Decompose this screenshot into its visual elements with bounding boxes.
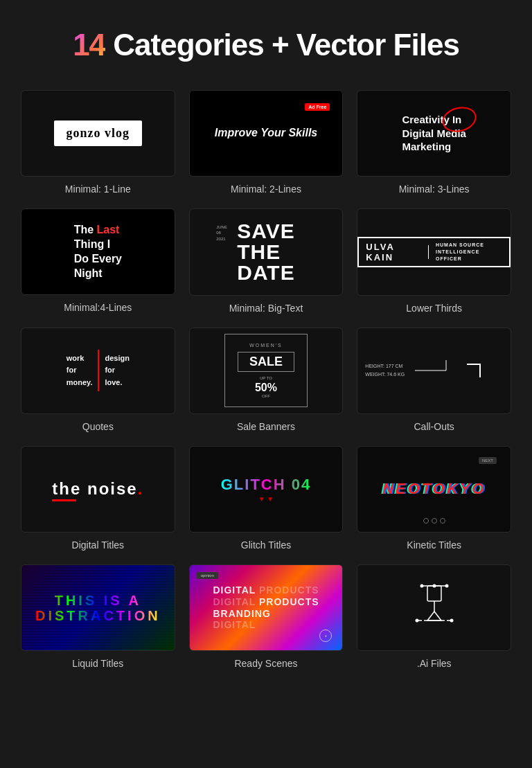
sale-upto: UP TO xyxy=(238,376,294,380)
card-label-minimal-2lines: Minimal: 2-Lines xyxy=(231,184,301,195)
ad-free-badge: Ad Free xyxy=(305,103,330,111)
glitch-container: GLITCH 04 ▼ ▼ xyxy=(221,476,311,503)
card-ready-scenes[interactable]: opinion DIGITAL PRODUCTS DIGITAL PRODUCT… xyxy=(189,564,344,669)
sale-womens: WOMEN'S xyxy=(238,343,294,348)
kinetic-dot-3 xyxy=(440,518,445,524)
callout-stat2: WEIGHT: 74.6 KG xyxy=(365,370,405,379)
sale-text: SALE xyxy=(238,352,294,372)
ready-line1: DIGITAL PRODUCTS xyxy=(213,584,319,596)
card-label-ready-scenes: Ready Scenes xyxy=(234,658,297,669)
kinetic-dot-1 xyxy=(423,518,429,524)
gonzo-box: gonzo vlog xyxy=(54,120,143,146)
save-line3: DATE xyxy=(237,262,294,283)
digital-title-text: the noise. xyxy=(52,479,143,499)
card-glitch-titles[interactable]: GLITCH 04 ▼ ▼ Glitch Titles xyxy=(189,446,344,551)
categories-grid: gonzo vlog Minimal: 1-Line Ad Free Impro… xyxy=(0,83,532,697)
sale-percent: 50% xyxy=(238,382,294,394)
save-text: SAVE THE DATE xyxy=(237,221,294,283)
date-day: 08 xyxy=(216,230,227,235)
preview-digital-titles: the noise. xyxy=(21,446,175,533)
date-year: 2021 xyxy=(216,236,227,242)
page-header: 14 Categories + Vector Files xyxy=(0,0,532,83)
card-minimal-bigtext[interactable]: JUNE 08 2021 SAVE THE DATE Minimal: Big-… xyxy=(189,208,344,313)
callout-corner xyxy=(467,364,481,377)
card-ai-files[interactable]: .Ai Files xyxy=(357,564,511,669)
quotes-container: work for money. design for love. xyxy=(66,350,130,391)
creativity-line3: Marketing xyxy=(402,141,451,152)
card-sale-banners[interactable]: WOMEN'S SALE UP TO 50% OFF Sale Banners xyxy=(189,328,344,432)
svg-rect-2 xyxy=(427,586,441,601)
sale-box: WOMEN'S SALE UP TO 50% OFF xyxy=(224,334,308,407)
ready-circle-arrow: › xyxy=(319,629,332,642)
card-label-minimal-1line: Minimal: 1-Line xyxy=(65,184,131,195)
the-last-text: The Last Thing I Do Every Night xyxy=(74,223,122,280)
card-label-minimal-bigtext: Minimal: Big-Text xyxy=(229,303,303,314)
preview-minimal-2lines: Ad Free Improve Your Skills xyxy=(189,90,344,177)
preview-minimal-3lines: Creativity In Digital Media Marketing xyxy=(357,90,511,177)
svg-point-8 xyxy=(415,618,418,622)
lower-third-box: ULVA KAIN HUMAN SOURCEINTELLIGENCE OFFIC… xyxy=(357,237,511,267)
kinetic-dot-2 xyxy=(432,518,437,524)
card-minimal-1line[interactable]: gonzo vlog Minimal: 1-Line xyxy=(21,90,175,195)
preview-minimal-4lines: The Last Thing I Do Every Night xyxy=(21,208,175,295)
glitch-text: GLITCH 04 xyxy=(221,476,311,494)
preview-liquid-titles: THIS IS ADISTRACTION xyxy=(21,564,175,651)
the-word: The xyxy=(74,224,97,235)
lower-divider xyxy=(428,245,429,259)
card-label-minimal-3lines: Minimal: 3-Lines xyxy=(399,184,470,195)
ready-line3: BRANDING xyxy=(213,608,319,620)
quotes-left: work for money. xyxy=(66,352,93,389)
save-line1: SAVE xyxy=(237,221,294,242)
quotes-right: design for love. xyxy=(105,352,129,389)
card-minimal-4lines[interactable]: The Last Thing I Do Every Night Minimal:… xyxy=(21,208,175,313)
callout-stat1: HEIGHT: 177 CM xyxy=(365,362,405,371)
svg-marker-4 xyxy=(427,611,441,620)
card-kinetic-titles[interactable]: NEXT NEOTOKYO Kinetic Titles xyxy=(357,446,511,551)
save-date-side: JUNE 08 2021 xyxy=(216,224,227,242)
card-label-liquid-titles: Liquid Titles xyxy=(72,658,123,669)
preview-sale-banners: WOMEN'S SALE UP TO 50% OFF xyxy=(189,328,344,414)
card-lower-thirds[interactable]: ULVA KAIN HUMAN SOURCEINTELLIGENCE OFFIC… xyxy=(357,208,511,313)
do-every: Do Every xyxy=(74,253,122,265)
callout-line xyxy=(415,360,456,381)
quotes-divider xyxy=(98,350,99,391)
creativity-text: Creativity In Digital Media Marketing xyxy=(402,113,466,154)
pen-tool-icon xyxy=(407,580,462,636)
card-digital-titles[interactable]: the noise. Digital Titles xyxy=(21,446,175,551)
digital-underline xyxy=(52,499,76,501)
card-label-ai-files: .Ai Files xyxy=(417,658,452,669)
kinetic-dots xyxy=(423,518,445,524)
save-date-container: JUNE 08 2021 SAVE THE DATE xyxy=(237,221,294,283)
card-label-sale-banners: Sale Banners xyxy=(237,421,295,432)
card-minimal-2lines[interactable]: Ad Free Improve Your Skills Minimal: 2-L… xyxy=(189,90,344,195)
callout-stats: HEIGHT: 177 CM WEIGHT: 74.6 KG xyxy=(365,362,405,379)
card-label-kinetic-titles: Kinetic Titles xyxy=(407,539,461,551)
save-line2: THE xyxy=(237,242,294,262)
last-word: Last xyxy=(97,224,120,235)
night: Night xyxy=(74,267,103,279)
card-minimal-3lines[interactable]: Creativity In Digital Media Marketing Mi… xyxy=(357,90,511,195)
ready-line4: DIGITAL xyxy=(213,619,319,631)
ready-scenes-tag: opinion xyxy=(197,572,218,579)
card-quotes[interactable]: work for money. design for love. Quotes xyxy=(21,328,175,432)
callout-container: HEIGHT: 177 CM WEIGHT: 74.6 KG xyxy=(365,360,503,381)
title-number: 14 xyxy=(73,28,105,62)
page-title: 14 Categories + Vector Files xyxy=(14,28,518,62)
kinetic-text: NEOTOKYO xyxy=(382,480,486,498)
preview-lower-thirds: ULVA KAIN HUMAN SOURCEINTELLIGENCE OFFIC… xyxy=(357,208,511,295)
lower-title: HUMAN SOURCEINTELLIGENCE OFFICER xyxy=(436,242,502,262)
card-liquid-titles[interactable]: THIS IS ADISTRACTION Liquid Titles xyxy=(21,564,175,669)
sale-off: OFF xyxy=(238,394,294,398)
preview-ai-files xyxy=(357,564,511,651)
noise-text: the noise. xyxy=(52,479,143,498)
preview-ready-scenes: opinion DIGITAL PRODUCTS DIGITAL PRODUCT… xyxy=(189,564,344,651)
card-label-digital-titles: Digital Titles xyxy=(72,539,124,551)
preview-quotes: work for money. design for love. xyxy=(21,328,175,414)
ready-scenes-text: DIGITAL PRODUCTS DIGITAL PRODUCTS BRANDI… xyxy=(213,584,319,631)
card-call-outs[interactable]: HEIGHT: 177 CM WEIGHT: 74.6 KG Call-Outs xyxy=(357,328,511,432)
improve-text: Improve Your Skills xyxy=(215,126,318,141)
lower-name: ULVA KAIN xyxy=(366,242,421,262)
thing-i: Thing I xyxy=(74,238,110,250)
card-label-minimal-4lines: Minimal:4-Lines xyxy=(64,302,132,313)
card-label-lower-thirds: Lower Thirds xyxy=(406,303,462,314)
